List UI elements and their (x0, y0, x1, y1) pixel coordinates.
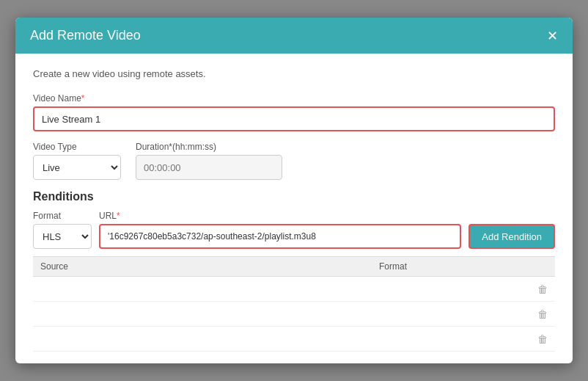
video-type-col: Video Type Live On Demand (33, 142, 121, 180)
video-type-label: Video Type (33, 142, 121, 152)
duration-input[interactable] (136, 155, 282, 180)
col-format-header: Format (379, 261, 526, 272)
rendition-format-label: Format (33, 211, 92, 221)
video-name-row: Video Name* (33, 92, 555, 131)
video-type-select[interactable]: Live On Demand (33, 155, 121, 180)
modal-header: Add Remote Video ✕ (15, 18, 573, 54)
rendition-format-col: Format HLS MP4 DASH (33, 211, 92, 249)
renditions-title: Renditions (33, 190, 555, 203)
close-button[interactable]: ✕ (547, 29, 558, 43)
rendition-format-select[interactable]: HLS MP4 DASH (33, 224, 92, 249)
col-source-header: Source (40, 261, 379, 272)
video-name-label: Video Name* (33, 93, 85, 104)
table-row: 🗑 (33, 277, 555, 302)
delete-icon[interactable]: 🗑 (537, 308, 548, 320)
row-action: 🗑 (526, 283, 548, 295)
table-row: 🗑 (33, 327, 555, 352)
type-duration-row: Video Type Live On Demand Duration*(hh:m… (33, 142, 555, 180)
delete-icon[interactable]: 🗑 (537, 333, 548, 345)
delete-icon[interactable]: 🗑 (537, 283, 548, 295)
add-rendition-button[interactable]: Add Rendition (468, 224, 555, 249)
subtitle: Create a new video using remote assets. (33, 68, 555, 79)
col-action-header (526, 261, 548, 272)
table-row: 🗑 (33, 302, 555, 327)
video-name-input[interactable] (33, 106, 555, 131)
table-header: Source Format (33, 256, 555, 277)
duration-col: Duration*(hh:mm:ss) (136, 142, 282, 180)
rendition-url-label: URL* (99, 211, 461, 221)
row-action: 🗑 (526, 333, 548, 345)
row-action: 🗑 (526, 308, 548, 320)
modal-body: Create a new video using remote assets. … (15, 54, 573, 363)
duration-label: Duration*(hh:mm:ss) (136, 142, 282, 152)
modal: Add Remote Video ✕ Create a new video us… (15, 18, 573, 363)
rendition-url-col: URL* (99, 211, 461, 249)
table-rows: 🗑 🗑 🗑 (33, 277, 555, 352)
rendition-url-input[interactable] (99, 224, 461, 249)
modal-title: Add Remote Video (30, 28, 141, 43)
rendition-form-row: Format HLS MP4 DASH URL* Add Rendition (33, 211, 555, 249)
